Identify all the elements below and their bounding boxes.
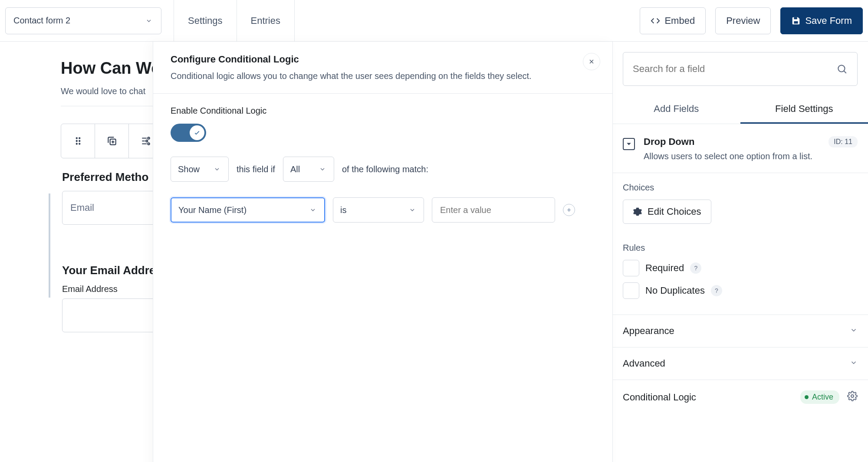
rules-section: Rules Required ? No Duplicates ? [612, 233, 868, 315]
modal-desc: Conditional logic allows you to change w… [171, 71, 595, 81]
rules-label: Rules [623, 243, 858, 253]
svg-point-7 [79, 143, 80, 144]
check-icon [194, 129, 201, 136]
edit-choices-label: Edit Choices [648, 206, 701, 217]
save-button[interactable]: Save Form [780, 7, 863, 34]
advanced-accordion[interactable]: Advanced [612, 347, 868, 380]
field-info: Drop Down Allows users to select one opt… [612, 124, 868, 173]
field-type-title: Drop Down [644, 136, 820, 147]
field-id-badge: ID: 11 [829, 136, 858, 147]
close-button[interactable] [583, 53, 600, 70]
drag-handle-button[interactable] [61, 124, 95, 158]
modal-body: Enable Conditional Logic Show this field… [153, 94, 612, 250]
no-duplicates-checkbox[interactable] [623, 282, 639, 299]
embed-button[interactable]: Embed [640, 7, 706, 34]
svg-point-13 [851, 395, 854, 397]
advanced-title: Advanced [623, 358, 665, 369]
preview-button[interactable]: Preview [715, 7, 771, 34]
show-hide-select[interactable]: Show [171, 157, 229, 182]
chevron-down-icon [850, 359, 858, 369]
search-field-wrap[interactable] [623, 52, 858, 86]
dropdown-icon [623, 138, 635, 150]
svg-point-10 [146, 140, 148, 142]
operator-select[interactable]: is [333, 197, 424, 223]
toggle-knob [190, 125, 204, 140]
header-actions: Embed Preview Save Form [640, 7, 863, 34]
chevron-down-icon [408, 206, 417, 214]
match-select[interactable]: All [283, 157, 334, 182]
preview-label: Preview [726, 15, 760, 26]
save-label: Save Form [805, 15, 852, 26]
field-select-value: Your Name (First) [178, 205, 247, 215]
search-input[interactable] [633, 63, 830, 75]
no-duplicates-label: No Duplicates [645, 285, 705, 296]
chevron-down-icon [850, 326, 858, 336]
svg-point-3 [79, 138, 80, 139]
field-toolbar [61, 124, 163, 158]
right-sidebar: Add Fields Field Settings Drop Down Allo… [612, 42, 868, 462]
active-text: Active [812, 393, 833, 402]
dropdown-value: Email [70, 202, 94, 213]
header-bar: Contact form 2 Settings Entries Embed Pr… [0, 0, 868, 42]
field-type-desc: Allows users to select one option from a… [644, 150, 820, 162]
conditional-logic-modal: Configure Conditional Logic Conditional … [153, 42, 613, 462]
tab-settings[interactable]: Settings [174, 0, 237, 41]
save-icon [791, 16, 801, 26]
add-rule-button[interactable] [563, 204, 575, 216]
form-selector-label: Contact form 2 [13, 16, 70, 26]
status-dot [805, 395, 809, 399]
svg-rect-0 [794, 17, 797, 19]
form-selector[interactable]: Contact form 2 [5, 7, 161, 34]
help-icon[interactable]: ? [690, 262, 701, 274]
tab-add-fields[interactable]: Add Fields [612, 95, 740, 124]
show-value: Show [178, 164, 200, 174]
choices-label: Choices [623, 183, 858, 193]
svg-point-9 [148, 137, 149, 139]
header-tabs: Settings Entries [174, 0, 295, 41]
svg-point-6 [76, 143, 77, 144]
conditional-logic-accordion[interactable]: Conditional Logic Active [612, 380, 868, 414]
value-input[interactable] [432, 197, 555, 223]
logic-text-1: this field if [237, 164, 275, 174]
tab-entries[interactable]: Entries [237, 0, 295, 41]
operator-value: is [340, 205, 346, 215]
field-accent [49, 193, 50, 298]
modal-title: Configure Conditional Logic [171, 54, 595, 65]
chevron-down-icon [145, 16, 153, 25]
svg-point-2 [76, 138, 77, 139]
appearance-title: Appearance [623, 325, 674, 337]
modal-header: Configure Conditional Logic Conditional … [153, 42, 612, 94]
logic-rule-row: Your Name (First) is [171, 197, 595, 223]
conditional-title: Conditional Logic [623, 392, 696, 403]
edit-choices-button[interactable]: Edit Choices [623, 200, 711, 224]
svg-point-12 [838, 65, 845, 72]
appearance-accordion[interactable]: Appearance [612, 315, 868, 347]
plus-icon [566, 207, 572, 213]
required-checkbox[interactable] [623, 260, 639, 276]
gear-icon[interactable] [847, 391, 858, 403]
close-icon [588, 58, 595, 65]
match-value: All [290, 164, 300, 174]
choices-section: Choices Edit Choices [612, 173, 868, 233]
tab-field-settings[interactable]: Field Settings [740, 95, 868, 124]
chevron-down-icon [213, 165, 221, 174]
active-badge: Active [800, 390, 839, 404]
gear-icon [633, 207, 642, 216]
required-label: Required [645, 262, 684, 274]
search-icon [836, 63, 848, 75]
svg-rect-1 [794, 21, 798, 23]
sidebar-tabs: Add Fields Field Settings [612, 95, 868, 124]
chevron-down-icon [309, 206, 317, 214]
logic-condition-row: Show this field if All of the following … [171, 157, 595, 182]
svg-point-11 [148, 143, 149, 144]
logic-text-2: of the following match: [342, 164, 428, 174]
field-select[interactable]: Your Name (First) [171, 197, 325, 223]
enable-toggle[interactable] [171, 124, 206, 142]
svg-point-4 [76, 140, 77, 141]
enable-label: Enable Conditional Logic [171, 106, 595, 116]
duplicate-button[interactable] [95, 124, 129, 158]
embed-label: Embed [664, 15, 695, 26]
help-icon[interactable]: ? [711, 285, 722, 296]
chevron-down-icon [318, 165, 327, 174]
code-icon [651, 16, 660, 26]
